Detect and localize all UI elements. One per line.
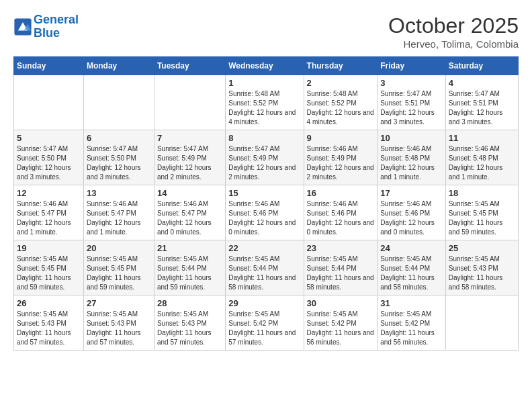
calendar-cell: 28Sunrise: 5:45 AM Sunset: 5:43 PM Dayli…	[154, 295, 225, 351]
day-detail: Sunrise: 5:46 AM Sunset: 5:49 PM Dayligh…	[307, 144, 375, 182]
calendar-week-row: 5Sunrise: 5:47 AM Sunset: 5:50 PM Daylig…	[14, 130, 519, 185]
day-number: 23	[307, 243, 375, 253]
calendar-cell: 29Sunrise: 5:45 AM Sunset: 5:42 PM Dayli…	[226, 295, 304, 351]
calendar-cell: 11Sunrise: 5:46 AM Sunset: 5:48 PM Dayli…	[445, 130, 518, 185]
weekday-header: Wednesday	[226, 57, 304, 75]
day-number: 19	[17, 243, 81, 253]
title-block: October 2025 Herveo, Tolima, Colombia	[388, 13, 519, 50]
calendar-cell: 18Sunrise: 5:45 AM Sunset: 5:45 PM Dayli…	[445, 185, 518, 240]
day-number: 16	[307, 188, 375, 198]
day-number: 27	[87, 298, 151, 308]
weekday-header: Friday	[378, 57, 446, 75]
day-detail: Sunrise: 5:45 AM Sunset: 5:43 PM Dayligh…	[449, 255, 515, 292]
calendar-cell: 23Sunrise: 5:45 AM Sunset: 5:44 PM Dayli…	[304, 240, 378, 295]
calendar-cell	[14, 75, 84, 130]
day-detail: Sunrise: 5:46 AM Sunset: 5:46 PM Dayligh…	[380, 199, 443, 237]
day-number: 29	[228, 298, 300, 308]
weekday-header: Saturday	[445, 57, 518, 75]
day-detail: Sunrise: 5:45 AM Sunset: 5:42 PM Dayligh…	[228, 310, 300, 347]
day-number: 9	[307, 133, 375, 143]
calendar-cell: 17Sunrise: 5:46 AM Sunset: 5:46 PM Dayli…	[378, 185, 446, 240]
weekday-header: Sunday	[14, 57, 84, 75]
day-detail: Sunrise: 5:45 AM Sunset: 5:42 PM Dayligh…	[380, 310, 443, 347]
calendar-cell: 19Sunrise: 5:45 AM Sunset: 5:45 PM Dayli…	[14, 240, 84, 295]
day-number: 14	[157, 188, 222, 198]
calendar-cell: 5Sunrise: 5:47 AM Sunset: 5:50 PM Daylig…	[14, 130, 84, 185]
day-number: 24	[380, 243, 443, 253]
day-detail: Sunrise: 5:48 AM Sunset: 5:52 PM Dayligh…	[307, 89, 375, 127]
calendar-cell: 13Sunrise: 5:46 AM Sunset: 5:47 PM Dayli…	[83, 185, 154, 240]
day-detail: Sunrise: 5:45 AM Sunset: 5:45 PM Dayligh…	[87, 255, 151, 292]
day-number: 20	[87, 243, 151, 253]
location: Herveo, Tolima, Colombia	[388, 38, 519, 50]
calendar-cell: 31Sunrise: 5:45 AM Sunset: 5:42 PM Dayli…	[378, 295, 446, 351]
calendar-cell: 25Sunrise: 5:45 AM Sunset: 5:43 PM Dayli…	[445, 240, 518, 295]
day-detail: Sunrise: 5:45 AM Sunset: 5:44 PM Dayligh…	[228, 255, 300, 292]
calendar-cell: 27Sunrise: 5:45 AM Sunset: 5:43 PM Dayli…	[83, 295, 154, 351]
day-number: 31	[380, 298, 443, 308]
day-detail: Sunrise: 5:46 AM Sunset: 5:48 PM Dayligh…	[449, 144, 515, 182]
logo-line2: Blue	[34, 26, 60, 40]
logo: General Blue	[13, 13, 79, 40]
day-number: 10	[380, 133, 443, 143]
day-detail: Sunrise: 5:47 AM Sunset: 5:50 PM Dayligh…	[17, 144, 81, 182]
calendar-cell: 30Sunrise: 5:45 AM Sunset: 5:42 PM Dayli…	[304, 295, 378, 351]
calendar-table: SundayMondayTuesdayWednesdayThursdayFrid…	[13, 56, 519, 351]
weekday-header: Monday	[83, 57, 154, 75]
day-number: 21	[157, 243, 222, 253]
calendar-cell: 2Sunrise: 5:48 AM Sunset: 5:52 PM Daylig…	[304, 75, 378, 130]
day-detail: Sunrise: 5:47 AM Sunset: 5:49 PM Dayligh…	[228, 144, 300, 182]
day-detail: Sunrise: 5:46 AM Sunset: 5:46 PM Dayligh…	[307, 199, 375, 237]
day-number: 22	[228, 243, 300, 253]
page-header: General Blue October 2025 Herveo, Tolima…	[13, 13, 519, 50]
calendar-cell: 12Sunrise: 5:46 AM Sunset: 5:47 PM Dayli…	[14, 185, 84, 240]
day-detail: Sunrise: 5:45 AM Sunset: 5:43 PM Dayligh…	[87, 310, 151, 347]
month-title: October 2025	[388, 13, 519, 38]
calendar-cell: 21Sunrise: 5:45 AM Sunset: 5:44 PM Dayli…	[154, 240, 225, 295]
day-number: 1	[228, 78, 300, 88]
day-number: 18	[449, 188, 515, 198]
day-number: 2	[307, 78, 375, 88]
day-detail: Sunrise: 5:46 AM Sunset: 5:47 PM Dayligh…	[157, 199, 222, 237]
day-number: 8	[228, 133, 300, 143]
calendar-cell: 4Sunrise: 5:47 AM Sunset: 5:51 PM Daylig…	[445, 75, 518, 130]
day-detail: Sunrise: 5:45 AM Sunset: 5:45 PM Dayligh…	[17, 255, 81, 292]
day-number: 15	[228, 188, 300, 198]
day-number: 17	[380, 188, 443, 198]
day-number: 6	[87, 133, 151, 143]
calendar-cell	[445, 295, 518, 351]
day-number: 5	[17, 133, 81, 143]
calendar-cell: 22Sunrise: 5:45 AM Sunset: 5:44 PM Dayli…	[226, 240, 304, 295]
day-number: 13	[87, 188, 151, 198]
day-detail: Sunrise: 5:47 AM Sunset: 5:49 PM Dayligh…	[157, 144, 222, 182]
day-detail: Sunrise: 5:45 AM Sunset: 5:44 PM Dayligh…	[380, 255, 443, 292]
calendar-cell	[154, 75, 225, 130]
day-number: 30	[307, 298, 375, 308]
day-detail: Sunrise: 5:46 AM Sunset: 5:48 PM Dayligh…	[380, 144, 443, 182]
calendar-cell: 26Sunrise: 5:45 AM Sunset: 5:43 PM Dayli…	[14, 295, 84, 351]
weekday-header: Tuesday	[154, 57, 225, 75]
weekday-header-row: SundayMondayTuesdayWednesdayThursdayFrid…	[14, 57, 519, 75]
calendar-cell: 14Sunrise: 5:46 AM Sunset: 5:47 PM Dayli…	[154, 185, 225, 240]
day-number: 3	[380, 78, 443, 88]
day-detail: Sunrise: 5:45 AM Sunset: 5:42 PM Dayligh…	[307, 310, 375, 347]
calendar-cell: 9Sunrise: 5:46 AM Sunset: 5:49 PM Daylig…	[304, 130, 378, 185]
calendar-week-row: 19Sunrise: 5:45 AM Sunset: 5:45 PM Dayli…	[14, 240, 519, 295]
calendar-cell: 3Sunrise: 5:47 AM Sunset: 5:51 PM Daylig…	[378, 75, 446, 130]
calendar-cell: 10Sunrise: 5:46 AM Sunset: 5:48 PM Dayli…	[378, 130, 446, 185]
day-number: 11	[449, 133, 515, 143]
day-detail: Sunrise: 5:47 AM Sunset: 5:50 PM Dayligh…	[87, 144, 151, 182]
calendar-cell: 8Sunrise: 5:47 AM Sunset: 5:49 PM Daylig…	[226, 130, 304, 185]
day-detail: Sunrise: 5:45 AM Sunset: 5:45 PM Dayligh…	[449, 199, 515, 237]
calendar-week-row: 26Sunrise: 5:45 AM Sunset: 5:43 PM Dayli…	[14, 295, 519, 351]
calendar-week-row: 1Sunrise: 5:48 AM Sunset: 5:52 PM Daylig…	[14, 75, 519, 130]
calendar-cell: 16Sunrise: 5:46 AM Sunset: 5:46 PM Dayli…	[304, 185, 378, 240]
day-detail: Sunrise: 5:45 AM Sunset: 5:43 PM Dayligh…	[17, 310, 81, 347]
day-number: 28	[157, 298, 222, 308]
calendar-cell: 6Sunrise: 5:47 AM Sunset: 5:50 PM Daylig…	[83, 130, 154, 185]
day-detail: Sunrise: 5:45 AM Sunset: 5:44 PM Dayligh…	[307, 255, 375, 292]
day-number: 7	[157, 133, 222, 143]
day-detail: Sunrise: 5:47 AM Sunset: 5:51 PM Dayligh…	[449, 89, 515, 127]
day-detail: Sunrise: 5:46 AM Sunset: 5:46 PM Dayligh…	[228, 199, 300, 237]
day-detail: Sunrise: 5:46 AM Sunset: 5:47 PM Dayligh…	[17, 199, 81, 237]
